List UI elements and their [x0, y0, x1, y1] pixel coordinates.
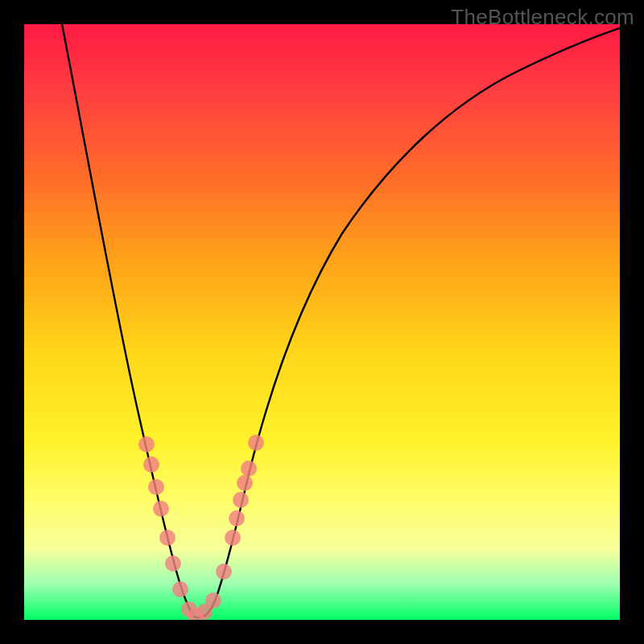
svg-point-11: [216, 564, 232, 580]
svg-point-0: [138, 436, 155, 452]
svg-point-10: [205, 592, 221, 609]
curve-overlay: [24, 24, 620, 620]
svg-point-16: [241, 460, 257, 477]
svg-point-1: [143, 456, 159, 473]
marker-group: [138, 435, 264, 620]
svg-point-6: [172, 581, 188, 597]
svg-point-12: [225, 530, 241, 546]
bottleneck-chart-frame: TheBottleneck.com: [0, 0, 644, 644]
svg-point-2: [148, 479, 164, 495]
svg-point-17: [248, 435, 264, 451]
svg-point-4: [159, 530, 175, 546]
bottleneck-curve: [62, 24, 620, 617]
svg-point-13: [229, 510, 245, 526]
svg-point-3: [153, 501, 169, 517]
svg-point-5: [165, 555, 181, 572]
plot-area: [24, 24, 620, 620]
svg-point-14: [233, 492, 249, 508]
watermark-text: TheBottleneck.com: [451, 5, 634, 30]
svg-point-15: [237, 475, 253, 491]
